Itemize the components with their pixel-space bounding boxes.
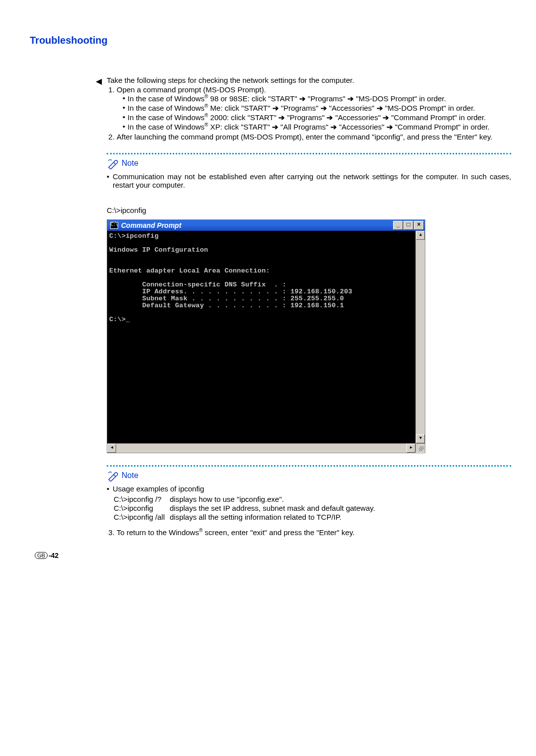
minimize-button[interactable]: _: [393, 221, 403, 230]
scroll-track-v[interactable]: [416, 240, 425, 434]
scroll-left-button[interactable]: ◂: [107, 444, 116, 453]
back-arrow-icon: ◀: [96, 76, 102, 86]
page-footer: GB -42: [35, 551, 511, 559]
step1-text: Open a command prompt (MS-DOS Prompt).: [117, 85, 266, 94]
divider: [107, 153, 511, 154]
step-3: To return to the Windows® screen, enter …: [117, 528, 511, 537]
intro-span: Take the following steps for checking th…: [107, 76, 354, 84]
usage-table: C:\>ipconfig /?displays how to use "ipco…: [114, 495, 380, 522]
note-label: Note: [122, 159, 138, 168]
intro-text: ◀ Take the following steps for checking …: [107, 76, 511, 84]
titlebar[interactable]: C:\ Command Prompt _ □ ×: [107, 220, 425, 231]
note-2-title: Usage examples of ipconfig: [107, 484, 511, 493]
usage-desc: displays how to use "ipconfig.exe".: [170, 495, 380, 504]
maximize-button[interactable]: □: [403, 221, 413, 230]
scroll-down-button[interactable]: ▾: [416, 434, 425, 443]
vertical-scrollbar[interactable]: ▴ ▾: [415, 231, 425, 443]
usage-desc: displays the set IP address, subnet mask…: [170, 504, 380, 513]
step-2: After launching the command prompt (MS-D…: [117, 133, 511, 141]
command-prompt-window: C:\ Command Prompt _ □ × C:\>ipconfig Wi…: [107, 219, 425, 453]
note-icon-2: [107, 470, 119, 481]
note-1-text: Communication may not be established eve…: [107, 172, 511, 189]
usage-cmd: C:\>ipconfig /?: [114, 495, 170, 504]
cmd-output[interactable]: C:\>ipconfig Windows IP Configuration Et…: [107, 231, 415, 443]
scroll-right-button[interactable]: ▸: [406, 444, 415, 453]
note-icon: [107, 157, 119, 169]
usage-desc: displays all the setting information rel…: [170, 513, 380, 522]
footer-gb: GB: [35, 552, 48, 559]
bullet-winme: In the case of Windows® Me: click "START…: [123, 103, 511, 113]
bullet-win98: In the case of Windows® 98 or 98SE: clic…: [123, 94, 511, 103]
bullet-winxp: In the case of Windows® XP: click "START…: [123, 122, 511, 132]
close-button[interactable]: ×: [414, 221, 424, 230]
cmd-app-icon: C:\: [110, 222, 118, 229]
note-label-2: Note: [122, 471, 138, 480]
section-title: Troubleshooting: [30, 35, 511, 46]
bullet-win2000: In the case of Windows® 2000: click "STA…: [123, 113, 511, 122]
table-row: C:\>ipconfig /alldisplays all the settin…: [114, 513, 380, 522]
table-row: C:\>ipconfig /?displays how to use "ipco…: [114, 495, 380, 504]
horizontal-scrollbar[interactable]: ◂ ▸: [107, 443, 415, 453]
divider-2: [107, 465, 511, 467]
titlebar-text: Command Prompt: [121, 221, 390, 229]
scroll-track-h[interactable]: [116, 444, 406, 453]
step-1: Open a command prompt (MS-DOS Prompt). I…: [117, 85, 511, 132]
prompt-label: C:\>ipconfig: [107, 206, 511, 214]
footer-page-number: -42: [49, 551, 59, 559]
table-row: C:\>ipconfigdisplays the set IP address,…: [114, 504, 380, 513]
usage-cmd: C:\>ipconfig /all: [114, 513, 170, 522]
resize-grip[interactable]: [415, 443, 425, 452]
scroll-up-button[interactable]: ▴: [416, 231, 425, 240]
usage-cmd: C:\>ipconfig: [114, 504, 170, 513]
